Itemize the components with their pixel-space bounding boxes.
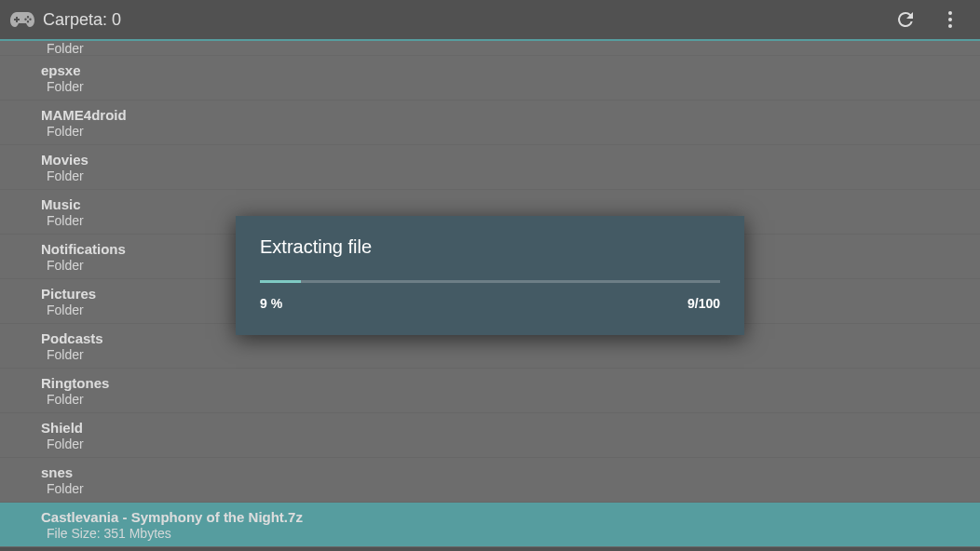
- item-name: Ringtones: [41, 374, 939, 393]
- list-item[interactable]: Folder: [0, 41, 980, 56]
- item-sub: Folder: [41, 41, 939, 56]
- refresh-button[interactable]: [883, 0, 928, 40]
- gamepad-icon: [7, 5, 37, 34]
- page-title: Carpeta: 0: [43, 10, 883, 30]
- list-item[interactable]: epsxeFolder: [0, 56, 980, 101]
- item-name: Movies: [41, 151, 939, 169]
- overflow-menu-button[interactable]: [928, 0, 973, 40]
- list-item[interactable]: RingtonesFolder: [0, 369, 980, 413]
- extract-dialog: Extracting file 9 % 9/100: [236, 216, 744, 335]
- item-name: Music: [41, 195, 939, 214]
- item-sub: Folder: [41, 124, 939, 139]
- item-sub: Folder: [41, 168, 939, 183]
- more-vert-icon: [939, 8, 961, 31]
- list-item[interactable]: snesFolder: [0, 458, 980, 503]
- item-name: Shield: [41, 419, 939, 437]
- progress-bar: [260, 280, 720, 283]
- list-item[interactable]: MoviesFolder: [0, 145, 980, 190]
- dialog-title: Extracting file: [260, 236, 720, 258]
- item-name: MAME4droid: [41, 106, 939, 125]
- svg-point-2: [948, 24, 952, 28]
- item-sub: Folder: [41, 347, 939, 362]
- progress-labels: 9 % 9/100: [260, 296, 720, 311]
- action-bar: Carpeta: 0: [0, 0, 980, 41]
- list-item[interactable]: MAME4droidFolder: [0, 101, 980, 145]
- item-sub: Folder: [41, 437, 939, 451]
- item-name: epsxe: [41, 61, 939, 80]
- progress-fill: [260, 280, 301, 283]
- list-item[interactable]: ShieldFolder: [0, 413, 980, 458]
- progress-percent-label: 9 %: [260, 296, 282, 311]
- progress-fraction-label: 9/100: [687, 296, 720, 311]
- list-item[interactable]: Castlevania - Symphony of the Night.7zFi…: [0, 503, 980, 547]
- item-sub: Folder: [41, 392, 939, 407]
- item-sub: File Size: 351 Mbytes: [41, 526, 939, 541]
- item-name: snes: [41, 464, 939, 482]
- svg-point-0: [948, 11, 952, 15]
- svg-point-1: [948, 18, 952, 21]
- item-sub: Folder: [41, 481, 939, 496]
- item-name: Castlevania - Symphony of the Night.7z: [41, 508, 939, 527]
- refresh-icon: [894, 8, 917, 31]
- item-sub: Folder: [41, 79, 939, 94]
